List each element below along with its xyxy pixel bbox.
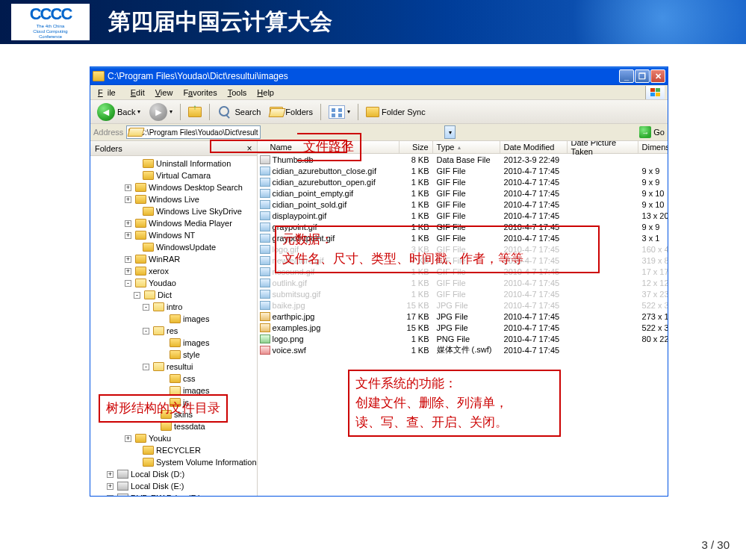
tree-item[interactable]: images bbox=[90, 337, 257, 349]
forward-button[interactable]: ► ▾ bbox=[146, 102, 176, 122]
file-row[interactable]: examples.jpg15 KBJPG File2010-4-7 17:455… bbox=[258, 322, 668, 333]
column-type[interactable]: Type▲ bbox=[433, 141, 500, 153]
tree-item[interactable]: Virtual Camara bbox=[90, 169, 257, 181]
expand-toggle[interactable]: + bbox=[125, 232, 131, 239]
tree-item[interactable]: WindowsUpdate bbox=[90, 241, 257, 253]
tree-item[interactable]: +Local Disk (D:) bbox=[90, 468, 257, 480]
expand-toggle[interactable]: + bbox=[107, 483, 114, 490]
file-row[interactable]: cidian_point_empty.gif1 KBGIF File2010-4… bbox=[258, 187, 668, 199]
file-row[interactable]: graypointpoint.gif1 KBGIF File2010-4-7 1… bbox=[258, 232, 668, 243]
expand-toggle[interactable]: + bbox=[125, 435, 131, 442]
column-date-picture[interactable]: Date Picture Taken bbox=[568, 141, 638, 153]
tree-item[interactable]: -res bbox=[90, 325, 257, 337]
file-list[interactable]: Thumbs.db8 KBData Base File2012-3-9 22:4… bbox=[258, 154, 668, 496]
close-button[interactable]: ✕ bbox=[650, 69, 665, 83]
file-row[interactable]: submitsug.gif1 KBGIF File2010-4-7 17:453… bbox=[258, 288, 668, 299]
expand-toggle[interactable]: - bbox=[134, 292, 140, 299]
menu-view[interactable]: View bbox=[151, 87, 178, 99]
tree-item-label: Local Disk (E:) bbox=[131, 482, 184, 491]
expand-toggle[interactable]: + bbox=[125, 196, 131, 203]
expand-toggle[interactable]: - bbox=[143, 364, 149, 370]
tree-item[interactable]: -intro bbox=[90, 301, 257, 313]
folder-icon bbox=[128, 128, 137, 137]
tree-item[interactable]: js bbox=[90, 396, 257, 408]
close-folders-pane-button[interactable]: × bbox=[247, 143, 252, 154]
address-dropdown-button[interactable]: ▾ bbox=[444, 125, 456, 139]
views-button[interactable]: ▾ bbox=[325, 102, 354, 122]
file-row[interactable]: logo.png1 KBPNG File2010-4-7 17:4580 x 2… bbox=[258, 333, 668, 344]
maximize-button[interactable]: ❐ bbox=[635, 69, 650, 83]
file-row[interactable]: outlink.gif1 KBGIF File2010-4-7 17:4512 … bbox=[258, 277, 668, 288]
tree-item[interactable]: System Volume Information bbox=[90, 456, 257, 468]
tree-item[interactable]: images bbox=[90, 385, 257, 396]
expand-toggle[interactable]: + bbox=[107, 471, 114, 478]
tree-item[interactable]: style bbox=[90, 349, 257, 361]
expand-toggle[interactable]: - bbox=[125, 280, 131, 287]
expand-toggle[interactable]: + bbox=[107, 495, 114, 497]
tree-item[interactable]: +Windows Desktop Search bbox=[90, 181, 257, 193]
tree-item[interactable]: +DVD-RW Drive (F:) bbox=[90, 492, 257, 496]
file-row[interactable]: logo.gif3 KBGIF File2010-4-7 17:45160 x … bbox=[258, 243, 668, 255]
column-date-modified[interactable]: Date Modified bbox=[500, 141, 568, 153]
expand-toggle[interactable]: + bbox=[125, 184, 131, 191]
minimize-button[interactable]: _ bbox=[619, 69, 634, 83]
tree-item[interactable]: -resultui bbox=[90, 361, 257, 373]
file-row[interactable]: cidian_azurebutton_open.gif1 KBGIF File2… bbox=[258, 176, 668, 187]
address-input[interactable]: C:\Program Files\Youdao\Dict\resultui\im… bbox=[126, 125, 261, 139]
tree-item[interactable]: images bbox=[90, 313, 257, 325]
tree-item[interactable]: +Windows Live bbox=[90, 193, 257, 205]
file-row[interactable]: baike.jpg15 KBJPG File2010-4-7 17:45522 … bbox=[258, 299, 668, 311]
file-row[interactable]: displaypoint.gif1 KBGIF File2010-4-7 17:… bbox=[258, 210, 668, 221]
file-row[interactable]: graypoint.gif1 KBGIF File2010-4-7 17:459… bbox=[258, 221, 668, 232]
tree-item[interactable]: +Youku bbox=[90, 432, 257, 444]
search-button[interactable]: Search bbox=[214, 102, 264, 122]
column-name[interactable]: Name bbox=[258, 141, 400, 153]
back-button[interactable]: ◄ Back ▾ bbox=[93, 102, 144, 122]
go-button[interactable]: → Go bbox=[639, 126, 665, 138]
expand-toggle[interactable]: + bbox=[125, 220, 131, 227]
menu-file[interactable]: File bbox=[93, 87, 125, 99]
file-row[interactable]: cidian_azurebutton_close.gif1 KBGIF File… bbox=[258, 165, 668, 176]
explorer-window: C:\Program Files\Youdao\Dict\resultui\im… bbox=[90, 66, 668, 497]
file-row[interactable]: earthpic.jpg17 KBJPG File2010-4-7 17:452… bbox=[258, 311, 668, 322]
folders-button[interactable]: Folders bbox=[266, 102, 317, 122]
up-button[interactable]: ↑ bbox=[184, 102, 205, 122]
folder-tree[interactable]: Uninstall InformationVirtual Camara+Wind… bbox=[90, 156, 257, 496]
tree-item[interactable]: +Windows NT bbox=[90, 229, 257, 241]
gif-file-icon bbox=[260, 223, 270, 231]
gif-file-icon bbox=[260, 189, 270, 198]
folder-sync-button[interactable]: Folder Sync bbox=[362, 102, 429, 122]
file-row[interactable]: voice.swf1 KB媒体文件 (.swf)2010-4-7 17:45 bbox=[258, 344, 668, 355]
column-size[interactable]: Size bbox=[400, 141, 433, 153]
tree-item[interactable]: css bbox=[90, 373, 257, 385]
tree-item[interactable]: RECYCLER bbox=[90, 444, 257, 456]
file-row[interactable]: cidian_point_sold.gif1 KBGIF File2010-4-… bbox=[258, 199, 668, 210]
tree-item[interactable]: +Windows Media Player bbox=[90, 217, 257, 229]
expand-toggle[interactable]: + bbox=[125, 256, 131, 263]
tree-item[interactable]: -Dict bbox=[90, 289, 257, 301]
tree-item[interactable]: +WinRAR bbox=[90, 253, 257, 265]
tree-item[interactable]: Windows Live SkyDrive bbox=[90, 205, 257, 217]
window-titlebar[interactable]: C:\Program Files\Youdao\Dict\resultui\im… bbox=[90, 67, 668, 85]
expand-toggle[interactable]: - bbox=[143, 328, 149, 335]
tree-item[interactable]: Uninstall Information bbox=[90, 158, 257, 169]
tree-item[interactable]: +Local Disk (E:) bbox=[90, 480, 257, 492]
tree-item[interactable]: +xerox bbox=[90, 265, 257, 277]
folder-icon bbox=[170, 386, 181, 395]
tree-item[interactable]: -Youdao bbox=[90, 277, 257, 289]
tree-item[interactable]: tessdata bbox=[90, 420, 257, 432]
file-row[interactable]: newfeature.gif7 KBGIF File2010-4-7 17:45… bbox=[258, 255, 668, 266]
file-row[interactable]: nosound.gif1 KBGIF File2010-4-7 17:4517 … bbox=[258, 266, 668, 277]
file-row[interactable]: Thumbs.db8 KBData Base File2012-3-9 22:4… bbox=[258, 154, 668, 165]
expand-toggle[interactable]: - bbox=[143, 304, 149, 311]
menu-tools[interactable]: Tools bbox=[223, 87, 252, 99]
tree-item[interactable]: skins bbox=[90, 408, 257, 420]
tree-item-label: style bbox=[183, 350, 200, 359]
menu-favorites[interactable]: Favorites bbox=[178, 87, 221, 99]
tree-item-label: Virtual Camara bbox=[156, 171, 211, 180]
column-dimensions[interactable]: Dimensions bbox=[638, 141, 668, 153]
menu-help[interactable]: Help bbox=[252, 87, 279, 99]
menu-edit[interactable]: Edit bbox=[126, 87, 149, 99]
expand-toggle[interactable]: + bbox=[125, 268, 131, 275]
tree-item-label: Youdao bbox=[149, 279, 176, 287]
